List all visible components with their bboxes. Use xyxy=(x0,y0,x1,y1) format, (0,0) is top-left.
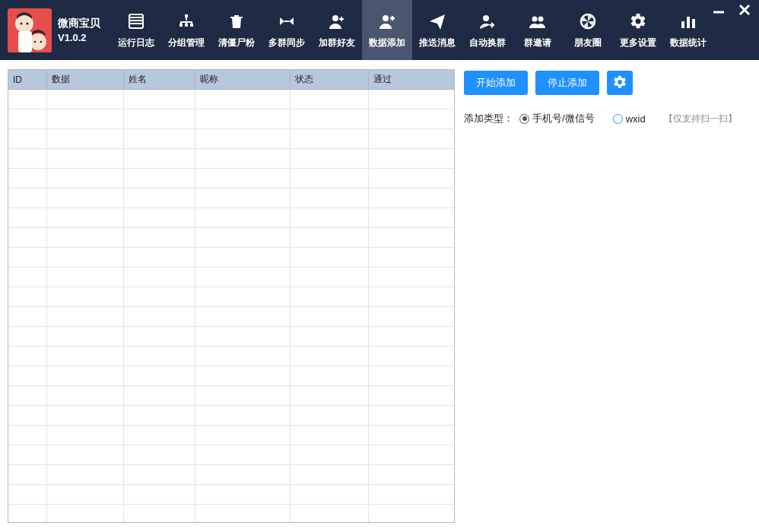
toolbar-autoswap[interactable]: 自动换群 xyxy=(462,0,513,60)
svg-rect-19 xyxy=(681,21,684,28)
col-header[interactable]: 数据 xyxy=(46,70,123,90)
svg-rect-10 xyxy=(179,24,183,27)
table-row xyxy=(8,366,454,386)
table-row xyxy=(8,347,454,366)
window-controls xyxy=(710,2,753,18)
gear-icon xyxy=(612,74,627,92)
stats-icon xyxy=(678,11,699,32)
table-row xyxy=(8,426,454,445)
toolbar-push[interactable]: 推送消息 xyxy=(412,0,462,60)
addfriend-icon xyxy=(326,11,348,32)
toolbar-log[interactable]: 运行日志 xyxy=(111,0,161,60)
table-row xyxy=(8,406,454,426)
svg-point-16 xyxy=(532,17,538,22)
close-button[interactable] xyxy=(736,2,753,18)
radio-circle-icon xyxy=(613,114,623,124)
table-row xyxy=(8,90,454,109)
col-header[interactable]: 状态 xyxy=(290,70,368,90)
svg-point-3 xyxy=(27,22,29,24)
app-info: 微商宝贝 V1.0.2 xyxy=(58,17,100,43)
table-row xyxy=(8,268,454,287)
toolbar-label: 运行日志 xyxy=(118,36,154,49)
toolbar-label: 自动换群 xyxy=(469,36,506,49)
moments-icon xyxy=(577,11,599,32)
col-header[interactable]: 昵称 xyxy=(195,70,291,90)
table-row xyxy=(8,149,454,169)
svg-rect-21 xyxy=(692,19,695,28)
data-add-icon xyxy=(376,11,398,32)
svg-rect-9 xyxy=(185,14,188,17)
toolbar-label: 加群好友 xyxy=(319,36,355,49)
minimize-button[interactable] xyxy=(710,2,727,18)
toolbar-settings[interactable]: 更多设置 xyxy=(613,0,663,60)
toolbar-moments[interactable]: 朋友圈 xyxy=(563,0,613,60)
radio-phone[interactable]: 手机号/微信号 xyxy=(519,112,595,125)
toolbar-label: 群邀请 xyxy=(524,36,551,49)
radio-phone-label: 手机号/微信号 xyxy=(532,112,595,125)
radio-circle-icon xyxy=(519,114,529,124)
content-area: ID数据姓名昵称状态通过 开始添加 停止添加 添加类型： 手机号/微信号 wxi… xyxy=(0,60,759,532)
title-bar: 微商宝贝 V1.0.2 运行日志分组管理清僵尸粉多群同步加群好友数据添加推送消息… xyxy=(0,0,759,60)
settings-icon xyxy=(627,11,649,32)
clean-icon xyxy=(226,11,247,32)
svg-point-6 xyxy=(40,40,43,43)
radio-wxid-label: wxid xyxy=(626,113,646,125)
add-type-row: 添加类型： 手机号/微信号 wxid 【仅支持扫一扫】 xyxy=(464,112,751,125)
col-header[interactable]: ID xyxy=(8,70,46,90)
main-toolbar: 运行日志分组管理清僵尸粉多群同步加群好友数据添加推送消息自动换群群邀请朋友圈更多… xyxy=(111,0,713,60)
toolbar-label: 数据添加 xyxy=(369,36,405,49)
sync-icon xyxy=(276,11,297,32)
toolbar-label: 更多设置 xyxy=(620,36,656,49)
wxid-hint: 【仅支持扫一扫】 xyxy=(664,112,737,125)
group-icon xyxy=(176,11,197,32)
settings-button[interactable] xyxy=(607,71,633,95)
table-row xyxy=(8,109,454,129)
log-icon xyxy=(125,11,147,32)
toolbar-label: 分组管理 xyxy=(168,36,205,49)
table-row xyxy=(8,228,454,248)
table-row xyxy=(8,465,454,485)
toolbar-data-add[interactable]: 数据添加 xyxy=(362,0,412,60)
autoswap-icon xyxy=(477,11,498,32)
table-row xyxy=(8,208,454,228)
side-panel: 开始添加 停止添加 添加类型： 手机号/微信号 wxid 【仅支持扫一扫】 xyxy=(464,69,751,523)
table-row xyxy=(8,248,454,268)
data-table: ID数据姓名昵称状态通过 xyxy=(8,70,454,523)
stop-add-button[interactable]: 停止添加 xyxy=(535,71,599,95)
toolbar-label: 数据统计 xyxy=(670,36,707,49)
table-row xyxy=(8,505,454,524)
col-header[interactable]: 通过 xyxy=(368,70,454,90)
svg-point-14 xyxy=(383,15,389,21)
invite-icon xyxy=(527,11,548,32)
app-name: 微商宝贝 xyxy=(58,17,100,30)
add-type-label: 添加类型： xyxy=(464,112,513,125)
svg-rect-20 xyxy=(687,17,690,28)
table-row xyxy=(8,188,454,208)
svg-rect-11 xyxy=(185,24,188,27)
toolbar-group[interactable]: 分组管理 xyxy=(161,0,211,60)
table-header-row: ID数据姓名昵称状态通过 xyxy=(8,70,454,90)
action-buttons: 开始添加 停止添加 xyxy=(464,71,751,95)
table-row xyxy=(8,307,454,327)
toolbar-invite[interactable]: 群邀请 xyxy=(513,0,563,60)
avatar xyxy=(8,8,52,52)
toolbar-sync[interactable]: 多群同步 xyxy=(262,0,312,60)
toolbar-addfriend[interactable]: 加群好友 xyxy=(312,0,362,60)
table-body xyxy=(8,90,454,524)
table-row xyxy=(8,287,454,307)
col-header[interactable]: 姓名 xyxy=(123,70,195,90)
push-icon xyxy=(427,11,448,32)
toolbar-label: 朋友圈 xyxy=(574,36,602,49)
table-row xyxy=(8,386,454,406)
svg-point-17 xyxy=(538,17,544,22)
table-row xyxy=(8,129,454,149)
toolbar-label: 推送消息 xyxy=(419,36,456,49)
svg-rect-7 xyxy=(18,31,32,52)
radio-wxid[interactable]: wxid xyxy=(613,113,646,125)
svg-point-4 xyxy=(30,33,46,50)
toolbar-clean[interactable]: 清僵尸粉 xyxy=(211,0,262,60)
start-add-button[interactable]: 开始添加 xyxy=(464,71,528,95)
toolbar-stats[interactable]: 数据统计 xyxy=(663,0,713,60)
app-version: V1.0.2 xyxy=(58,32,100,43)
svg-point-13 xyxy=(332,15,338,21)
